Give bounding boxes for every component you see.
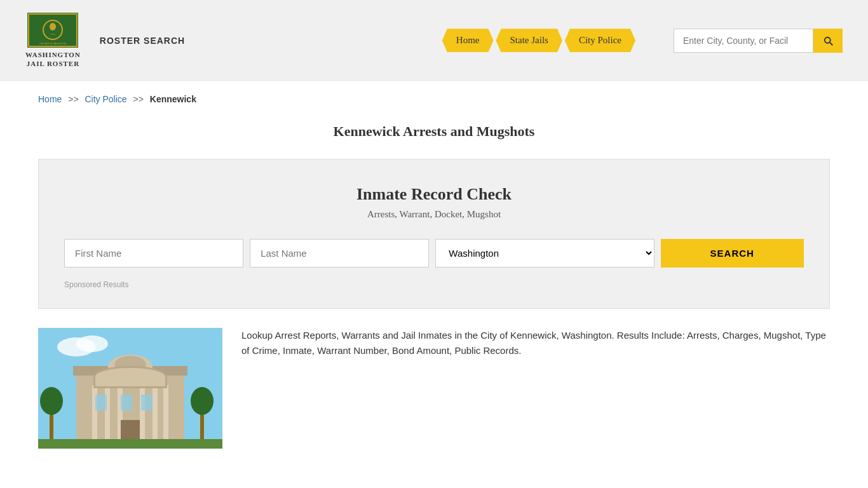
record-search-button[interactable]: SEARCH [661, 239, 804, 268]
building-placeholder [38, 328, 222, 449]
nav-city-police-button[interactable]: City Police [565, 29, 635, 52]
header-search-area [674, 29, 843, 53]
header-search-button[interactable] [813, 29, 843, 53]
page-title: Kennewick Arrests and Mugshots [25, 123, 843, 140]
building-image [38, 328, 222, 449]
breadcrumb-separator-2: >> [133, 94, 144, 104]
state-select[interactable]: AlabamaAlaskaArizonaArkansasCaliforniaCo… [435, 239, 654, 268]
svg-point-8 [76, 336, 108, 352]
search-icon [822, 35, 834, 46]
site-logo[interactable]: THE STATE OF WASHINGTON WASHINGTON JAIL … [25, 13, 81, 69]
svg-rect-17 [153, 385, 158, 442]
svg-point-12 [114, 356, 146, 374]
svg-rect-10 [73, 366, 187, 376]
site-header: THE STATE OF WASHINGTON WASHINGTON JAIL … [0, 0, 868, 81]
content-section: Lookup Arrest Reports, Warrants and Jail… [38, 328, 830, 449]
roster-search-label: ROSTER SEARCH [100, 36, 185, 46]
header-search-input[interactable] [674, 29, 813, 53]
svg-rect-19 [95, 395, 107, 410]
breadcrumb-city-police-link[interactable]: City Police [85, 94, 127, 104]
breadcrumb-home-link[interactable]: Home [38, 94, 62, 104]
record-check-subtitle: Arrests, Warrant, Docket, Mugshot [64, 209, 804, 220]
building-svg [38, 328, 222, 449]
svg-point-27 [191, 387, 214, 415]
svg-point-25 [40, 387, 63, 415]
svg-rect-21 [141, 395, 153, 410]
record-check-box: Inmate Record Check Arrests, Warrant, Do… [38, 159, 830, 309]
breadcrumb-separator-1: >> [68, 94, 78, 104]
svg-rect-16 [140, 385, 145, 442]
wa-flag-icon: THE STATE OF WASHINGTON [27, 13, 78, 48]
nav-state-jails-button[interactable]: State Jails [496, 29, 562, 52]
breadcrumb: Home >> City Police >> Kennewick [0, 81, 868, 117]
breadcrumb-current: Kennewick [150, 94, 196, 104]
first-name-input[interactable] [64, 239, 243, 268]
svg-rect-22 [121, 420, 140, 442]
sponsored-label: Sponsored Results [64, 280, 804, 289]
svg-text:THE STATE OF WASHINGTON: THE STATE OF WASHINGTON [39, 43, 66, 45]
svg-rect-18 [163, 385, 168, 442]
record-check-title: Inmate Record Check [64, 185, 804, 204]
svg-rect-13 [92, 385, 97, 442]
nav-home-button[interactable]: Home [442, 29, 494, 52]
svg-rect-23 [38, 439, 222, 449]
record-check-form: AlabamaAlaskaArizonaArkansasCaliforniaCo… [64, 239, 804, 268]
content-description: Lookup Arrest Reports, Warrants and Jail… [241, 328, 830, 358]
logo-text: WASHINGTON JAIL ROSTER [25, 50, 81, 69]
last-name-input[interactable] [250, 239, 429, 268]
svg-rect-20 [121, 395, 132, 410]
svg-rect-14 [105, 385, 110, 442]
main-nav: Home State Jails City Police [442, 29, 635, 52]
svg-point-4 [50, 23, 56, 30]
